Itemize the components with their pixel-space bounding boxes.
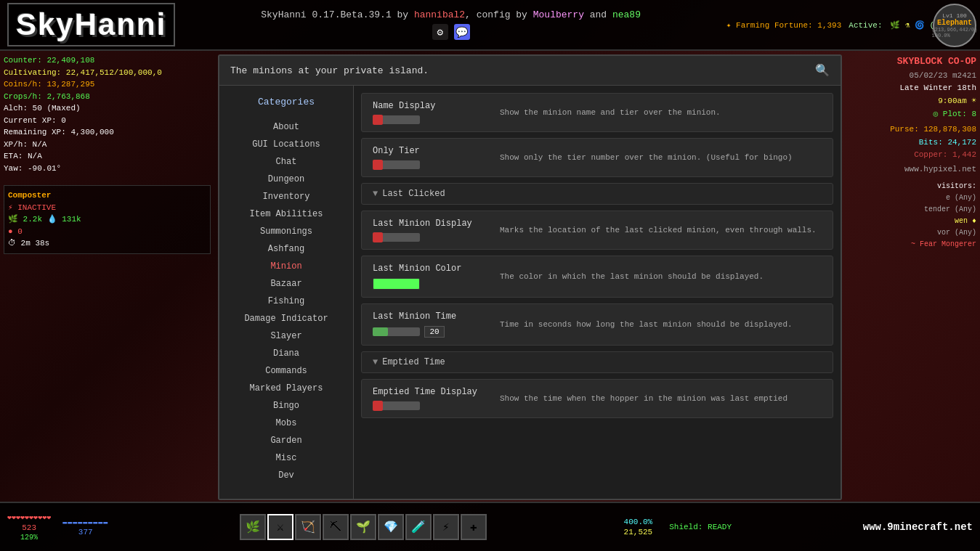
hotbar-slot-3[interactable]: 🏹 [295, 514, 321, 540]
sidebar-item-dungeon[interactable]: Dungeon [219, 171, 353, 188]
setting-emptied-time-display: Emptied Time Display Show the time when … [361, 379, 833, 418]
last-minion-display-toggle[interactable] [373, 233, 420, 242]
sidebar-item-inventory[interactable]: Inventory [219, 188, 353, 205]
github-icon[interactable]: ⚙ [432, 24, 448, 40]
hotbar-slot-6[interactable]: 💎 [378, 514, 404, 540]
emptied-time-display-label: Emptied Time Display [373, 387, 489, 397]
hotbar-slot-2[interactable]: ⚔ [267, 514, 293, 540]
version-info: SkyHanni 0.17.Beta.39.1 by hannibal2, co… [175, 9, 726, 40]
name-display-label: Name Display [373, 101, 489, 111]
section-last-clicked[interactable]: ▼ Last Clicked [361, 183, 833, 205]
last-minion-time-slider[interactable] [373, 327, 420, 336]
bottom-bar: ❤❤❤❤❤❤❤❤❤❤ 523 129% ▬▬▬▬▬▬▬▬▬ 377 🌿 ⚔ 🏹 … [0, 502, 980, 551]
name-display-desc: Show the minion name and tier over the m… [500, 107, 822, 119]
sidebar-item-dev[interactable]: Dev [219, 467, 353, 484]
toggle-thumb [373, 115, 383, 125]
hotbar-slot-5[interactable]: 🌱 [350, 514, 376, 540]
config-body: Categories About GUI Locations Chat Dung… [219, 86, 841, 499]
categories-title: Categories [219, 93, 353, 111]
sidebar-item-commands[interactable]: Commands [219, 362, 353, 380]
left-hud: Counter: 22,409,108 Cultivating: 22,417,… [4, 54, 211, 254]
sidebar-item-minion[interactable]: Minion [219, 258, 353, 275]
sidebar-item-summonings[interactable]: Summonings [219, 223, 353, 240]
discord-icon[interactable]: 💬 [454, 24, 470, 40]
level-indicator: Lv1 100 Elephant (213,966,442/0) 100.0% [933, 4, 976, 47]
defense-pct: 400.0% [624, 518, 653, 526]
app-logo: SkyHanni [7, 3, 175, 46]
emptied-time-display-toggle[interactable] [373, 401, 420, 410]
setting-only-tier: Only Tier Show only the tier number over… [361, 138, 833, 177]
section-label-2: Emptied Time [382, 357, 445, 367]
watermark: www.9minecraft.net [863, 521, 973, 533]
toggle-thumb-3 [373, 232, 383, 242]
setting-last-minion-time: Last Minion Time 20 Time in seconds how … [361, 303, 833, 346]
health-section: ❤❤❤❤❤❤❤❤❤❤ 523 129% [7, 513, 51, 542]
composter-hud: Composter ⚡ INACTIVE 🌿 2.2k 💧 131k ● 0 ⏱… [4, 185, 211, 254]
sidebar-item-ashfang[interactable]: Ashfang [219, 240, 353, 258]
section-arrow-2: ▼ [373, 357, 378, 367]
sidebar-item-item-abilities[interactable]: Item Abilities [219, 205, 353, 223]
mana-value: 377 [78, 528, 93, 536]
last-minion-color-label: Last Minion Color [373, 264, 489, 274]
content-area[interactable]: Name Display Show the minion name and ti… [354, 86, 841, 499]
hotbar-slot-8[interactable]: ⚡ [433, 514, 459, 540]
emptied-time-display-desc: Show the time when the hopper in the min… [500, 393, 822, 405]
mana-bar-display: ▬▬▬▬▬▬▬▬▬ [62, 518, 108, 526]
section-arrow: ▼ [373, 189, 378, 199]
only-tier-desc: Show only the tier number over the minio… [500, 152, 822, 164]
last-minion-color-desc: The color in which the last minion shoul… [500, 271, 822, 283]
sidebar-item-misc[interactable]: Misc [219, 449, 353, 467]
health-pct: 129% [20, 534, 38, 542]
defense-section: 400.0% 21,525 [624, 518, 653, 536]
health-value: 523 [22, 523, 36, 532]
right-hud: SKYBLOCK CO-OP 05/02/23 m2421 Late Winte… [849, 54, 976, 250]
sidebar-item-chat[interactable]: Chat [219, 153, 353, 171]
name-display-toggle[interactable] [373, 115, 420, 124]
only-tier-toggle[interactable] [373, 160, 420, 169]
hotbar-slot-1[interactable]: 🌿 [240, 514, 266, 540]
search-icon[interactable]: 🔍 [815, 63, 830, 78]
last-minion-display-desc: Marks the location of the last clicked m… [500, 224, 822, 237]
sidebar-item-diana[interactable]: Diana [219, 345, 353, 362]
defense-val: 21,525 [624, 528, 653, 536]
config-window: The minions at your private island. 🔍 Ca… [218, 54, 842, 500]
shield-ready: Shield: READY [669, 523, 732, 531]
hotbar: 🌿 ⚔ 🏹 ⛏ 🌱 💎 🧪 ⚡ ✚ [240, 514, 487, 540]
setting-last-minion-color: Last Minion Color The color in which the… [361, 256, 833, 298]
hotbar-slot-9[interactable]: ✚ [461, 514, 487, 540]
category-sidebar: Categories About GUI Locations Chat Dung… [219, 86, 354, 499]
config-header: The minions at your private island. 🔍 [219, 56, 841, 86]
last-minion-display-label: Last Minion Display [373, 219, 489, 229]
sidebar-item-gui-locations[interactable]: GUI Locations [219, 136, 353, 153]
sidebar-item-mobs[interactable]: Mobs [219, 415, 353, 432]
section-emptied-time[interactable]: ▼ Emptied Time [361, 351, 833, 373]
only-tier-label: Only Tier [373, 146, 489, 156]
last-minion-color-picker[interactable] [373, 278, 420, 290]
farming-fortune: ✦ Farming Fortune: 1,393 [726, 20, 841, 30]
section-label: Last Clicked [382, 189, 445, 199]
sidebar-item-fishing[interactable]: Fishing [219, 293, 353, 310]
sidebar-item-about[interactable]: About [219, 118, 353, 136]
hotbar-slot-4[interactable]: ⛏ [323, 514, 349, 540]
top-bar: SkyHanni SkyHanni 0.17.Beta.39.1 by hann… [0, 0, 980, 51]
setting-last-minion-display: Last Minion Display Marks the location o… [361, 211, 833, 250]
sidebar-item-bingo[interactable]: Bingo [219, 397, 353, 415]
sidebar-item-slayer[interactable]: Slayer [219, 327, 353, 345]
last-minion-time-value: 20 [424, 326, 445, 338]
last-minion-time-label: Last Minion Time [373, 311, 489, 322]
setting-name-display: Name Display Show the minion name and ti… [361, 93, 833, 132]
slider-fill [373, 327, 388, 336]
sidebar-item-bazaar[interactable]: Bazaar [219, 275, 353, 293]
toggle-thumb-4 [373, 401, 383, 411]
mana-section: ▬▬▬▬▬▬▬▬▬ 377 [62, 518, 108, 536]
sidebar-item-garden[interactable]: Garden [219, 432, 353, 449]
toggle-thumb-2 [373, 160, 383, 170]
sidebar-item-marked-players[interactable]: Marked Players [219, 380, 353, 397]
hotbar-slot-7[interactable]: 🧪 [405, 514, 432, 540]
last-minion-time-desc: Time in seconds how long the last minion… [500, 319, 822, 331]
hearts-display: ❤❤❤❤❤❤❤❤❤❤ [7, 513, 51, 522]
sidebar-item-damage-indicator[interactable]: Damage Indicator [219, 310, 353, 327]
